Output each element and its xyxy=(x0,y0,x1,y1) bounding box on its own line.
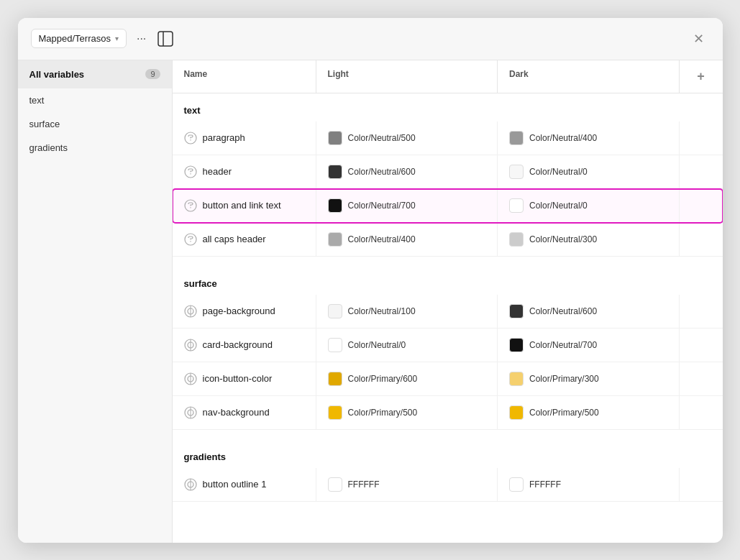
row-name-paragraph: paragraph xyxy=(173,121,316,155)
row-dark-paragraph[interactable]: Color/Neutral/400 xyxy=(498,121,680,155)
row-add-all-caps-header xyxy=(680,223,723,256)
row-light-page-background[interactable]: Color/Neutral/100 xyxy=(316,295,498,328)
variable-icon xyxy=(184,165,197,178)
row-dark-page-background[interactable]: Color/Neutral/600 xyxy=(498,295,680,328)
variables-count-badge: 9 xyxy=(145,69,160,79)
color-swatch xyxy=(328,304,342,318)
add-column-button[interactable]: + xyxy=(680,60,723,93)
color-swatch xyxy=(328,232,342,247)
close-button[interactable]: ✕ xyxy=(688,28,710,50)
table-row: header Color/Neutral/600 Color/Neutral/0 xyxy=(173,155,723,189)
variable-icon xyxy=(184,478,197,491)
variable-icon xyxy=(184,199,197,212)
col-light-header: Light xyxy=(316,60,498,93)
variable-icon xyxy=(184,132,197,144)
row-dark-all-caps-header[interactable]: Color/Neutral/300 xyxy=(498,223,680,256)
variable-icon xyxy=(184,305,197,318)
chevron-down-icon: ▾ xyxy=(115,35,119,42)
color-swatch xyxy=(328,477,342,492)
table-row: icon-button-color Color/Primary/600 Colo… xyxy=(173,362,723,396)
table-row: nav-background Color/Primary/500 Color/P… xyxy=(173,396,723,430)
row-name-nav-background: nav-background xyxy=(173,396,316,429)
sidebar: All variables 9 text surface gradients xyxy=(18,60,173,543)
row-name-header: header xyxy=(173,155,316,188)
row-dark-icon-button-color[interactable]: Color/Primary/300 xyxy=(498,362,680,395)
row-dark-header[interactable]: Color/Neutral/0 xyxy=(498,155,680,188)
sidebar-header-label: All variables xyxy=(29,69,85,80)
color-swatch xyxy=(509,232,524,247)
color-swatch xyxy=(328,372,342,386)
row-light-paragraph[interactable]: Color/Neutral/500 xyxy=(316,121,498,155)
more-options-button[interactable]: ··· xyxy=(132,29,150,48)
color-swatch xyxy=(328,198,342,213)
col-name-header: Name xyxy=(173,60,316,93)
color-swatch xyxy=(328,165,342,179)
section-text-header: text xyxy=(173,93,723,121)
row-light-header[interactable]: Color/Neutral/600 xyxy=(316,155,498,188)
row-light-all-caps-header[interactable]: Color/Neutral/400 xyxy=(316,223,498,256)
panel-icon-button[interactable] xyxy=(156,29,175,48)
color-swatch xyxy=(509,338,524,352)
row-add-icon-button-color xyxy=(680,362,723,395)
row-add-button-outline-1 xyxy=(680,468,723,501)
row-name-button-link-text: button and link text xyxy=(173,189,316,222)
row-light-button-outline-1[interactable]: FFFFFF xyxy=(316,468,498,501)
panel-layout-icon xyxy=(157,31,173,47)
row-light-card-background[interactable]: Color/Neutral/0 xyxy=(316,329,498,362)
variable-icon xyxy=(184,233,197,246)
main-window: Mapped/Terrasos ▾ ··· ✕ All variables 9 xyxy=(18,18,723,543)
table-header-row: Name Light Dark + xyxy=(173,60,723,93)
table-row: all caps header Color/Neutral/400 Color/… xyxy=(173,223,723,257)
titlebar-left: Mapped/Terrasos ▾ ··· xyxy=(31,29,175,48)
row-name-card-background: card-background xyxy=(173,329,316,362)
row-name-button-outline-1: button outline 1 xyxy=(173,468,316,501)
table-row: button and link text Color/Neutral/700 C… xyxy=(173,189,723,223)
color-swatch xyxy=(509,165,524,179)
row-dark-card-background[interactable]: Color/Neutral/700 xyxy=(498,329,680,362)
row-name-all-caps-header: all caps header xyxy=(173,223,316,256)
row-name-icon-button-color: icon-button-color xyxy=(173,362,316,395)
table-row: page-background Color/Neutral/100 Color/… xyxy=(173,295,723,329)
sidebar-header: All variables 9 xyxy=(18,60,172,88)
collection-label: Mapped/Terrasos xyxy=(39,33,111,44)
titlebar: Mapped/Terrasos ▾ ··· ✕ xyxy=(18,18,723,60)
row-light-icon-button-color[interactable]: Color/Primary/600 xyxy=(316,362,498,395)
row-add-nav-background xyxy=(680,396,723,429)
row-add-paragraph xyxy=(680,121,723,155)
row-dark-button-link-text[interactable]: Color/Neutral/0 xyxy=(498,189,680,222)
color-swatch xyxy=(509,477,524,492)
row-light-nav-background[interactable]: Color/Primary/500 xyxy=(316,396,498,429)
table-row: paragraph Color/Neutral/500 Color/Neutra… xyxy=(173,121,723,155)
collection-dropdown[interactable]: Mapped/Terrasos ▾ xyxy=(31,29,127,48)
color-swatch xyxy=(509,304,524,318)
row-add-button-link-text xyxy=(680,189,723,222)
row-add-card-background xyxy=(680,329,723,362)
row-dark-button-outline-1[interactable]: FFFFFF xyxy=(498,468,680,501)
color-swatch xyxy=(509,372,524,386)
color-swatch xyxy=(509,405,524,420)
variable-icon xyxy=(184,339,197,352)
col-dark-header: Dark xyxy=(498,60,680,93)
row-add-page-background xyxy=(680,295,723,328)
row-add-header xyxy=(680,155,723,188)
row-dark-nav-background[interactable]: Color/Primary/500 xyxy=(498,396,680,429)
color-swatch xyxy=(328,131,342,145)
color-swatch xyxy=(509,131,524,145)
sidebar-item-surface[interactable]: surface xyxy=(18,112,172,136)
more-icon: ··· xyxy=(137,32,146,45)
table-row: button outline 1 FFFFFF FFFFFF xyxy=(173,468,723,502)
close-icon: ✕ xyxy=(693,32,704,46)
table-row: card-background Color/Neutral/0 Color/Ne… xyxy=(173,329,723,362)
color-swatch xyxy=(328,338,342,352)
main-content: All variables 9 text surface gradients N… xyxy=(18,60,723,543)
sidebar-item-gradients[interactable]: gradients xyxy=(18,136,172,160)
section-gradients-header: gradients xyxy=(173,440,723,468)
variable-icon xyxy=(184,406,197,419)
variables-table: Name Light Dark + text paragraph xyxy=(173,60,723,543)
sidebar-item-text[interactable]: text xyxy=(18,88,172,112)
section-surface-header: surface xyxy=(173,267,723,295)
color-swatch xyxy=(328,405,342,420)
color-swatch xyxy=(509,198,524,213)
svg-rect-0 xyxy=(158,32,173,46)
row-light-button-link-text[interactable]: Color/Neutral/700 xyxy=(316,189,498,222)
